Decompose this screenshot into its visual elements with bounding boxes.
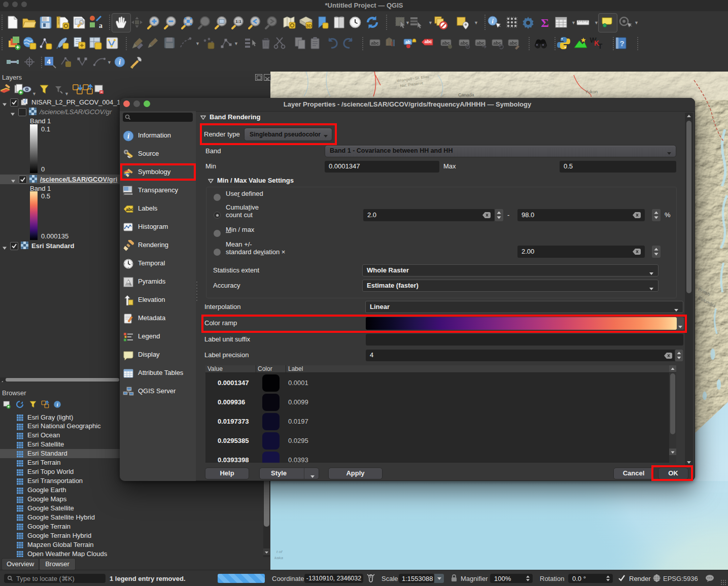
svg-text:abc: abc [425, 39, 432, 44]
svg-text:abc: abc [371, 41, 379, 46]
svg-text:?: ? [619, 39, 624, 48]
svg-text:abc: abc [442, 41, 450, 46]
svg-text:abc: abc [493, 41, 501, 46]
svg-text:4: 4 [47, 58, 51, 65]
svg-text:t of: t of [276, 549, 283, 554]
svg-text:Yukon: Yukon [585, 89, 598, 94]
svg-text:Σ: Σ [541, 16, 549, 29]
svg-text:i: i [119, 58, 121, 66]
svg-text:kaka: kaka [274, 556, 283, 560]
svg-text:T: T [598, 42, 603, 50]
svg-text:Canada: Canada [458, 92, 474, 97]
svg-text:abc: abc [476, 41, 484, 46]
svg-text:ab: ab [405, 40, 410, 45]
svg-text:i: i [492, 17, 494, 25]
svg-text:a: a [99, 22, 102, 29]
svg-text:i: i [57, 402, 58, 407]
svg-text:abc: abc [126, 207, 133, 212]
svg-text:1:1: 1:1 [235, 19, 241, 24]
svg-text:abc: abc [509, 41, 517, 46]
svg-text:3D: 3D [306, 23, 312, 28]
